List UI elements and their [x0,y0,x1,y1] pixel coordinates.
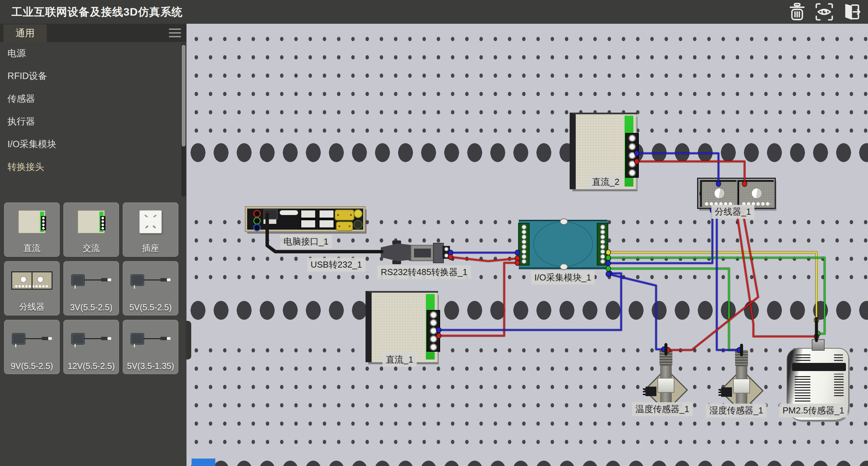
terminal-block [442,246,450,259]
device-label: USB转232_1 [307,258,366,272]
device-splitter[interactable] [697,178,776,209]
splitter-section [737,180,774,207]
palette-item-交流[interactable]: 交流 [63,202,119,257]
serial-port [336,221,353,231]
exit-icon[interactable] [841,2,862,22]
device-label: 直流_1 [382,353,417,367]
io-panel [247,209,363,230]
device-label: 直流_2 [589,175,623,189]
sidebar-item-I/O采集模块[interactable]: I/O采集模块 [0,133,177,156]
sidebar-item-转换接头[interactable]: 转换接头 [0,156,177,178]
palette-item-3V(5.5-2.5)[interactable]: 3V(5.5-2.5) [63,261,119,315]
housing-band [792,363,846,371]
palette-item-分线器[interactable]: 分线器 [4,261,60,315]
terminal-block [625,133,639,178]
palette-item-9V(5.5-2.5)[interactable]: 9V(5.5-2.5) [4,320,60,374]
audio-jack-green [253,217,261,225]
cable-gland [735,350,748,366]
vent [834,374,844,396]
palette-item-label: 5V(3.5-1.35) [123,361,178,371]
round-connector-green [354,220,362,229]
device-pc-interface[interactable] [245,206,366,232]
vent [834,353,843,361]
module-dial [533,221,593,267]
usb-plug [263,209,278,219]
round-connector-yellow [354,209,362,218]
menu-toggle-icon[interactable] [169,28,181,37]
tab-general[interactable]: 通用 [3,24,47,42]
sidebar-scrollbar-thumb[interactable] [182,45,185,147]
power-adapter-icon [70,273,113,288]
clamp-band [657,378,674,393]
sidebar-scrollbar[interactable] [181,43,186,197]
device-label: 湿度传感器_1 [706,404,767,418]
sidebar-menu: 电源RFID设备传感器执行器I/O采集模块转换接头 [0,42,177,178]
bottom-left-blue-indicator [192,459,215,466]
dc-power-icon [18,210,45,233]
cable-connector [812,339,825,351]
terminal-strip [518,223,530,266]
sidebar-item-执行器[interactable]: 执行器 [0,110,177,133]
device-dc-power-1[interactable] [366,291,438,362]
usb-ports [300,209,316,230]
palette-item-label: 12V(5.5-2.5) [64,361,119,371]
socket-icon [139,210,162,233]
device-label: 分线器_1 [711,205,754,219]
device-temperature-sensor[interactable] [644,352,688,403]
audio-jack-blue [253,224,261,231]
panel-resize-handle[interactable] [186,321,191,360]
sidebar-item-电源[interactable]: 电源 [0,42,177,65]
palette-item-label: 5V(5.5-2.5) [123,303,178,312]
sidebar: 通用 电源RFID设备传感器执行器I/O采集模块转换接头 直流交流插座分线器3V… [0,24,186,466]
audio-jack-red [253,210,261,217]
splitter-icon [11,271,53,290]
palette-item-label: 9V(5.5-2.5) [4,361,59,371]
sidebar-item-RFID设备[interactable]: RFID设备 [0,65,177,88]
power-adapter-icon [129,273,172,288]
sensor-connector [646,387,656,396]
power-adapter-icon [11,331,53,347]
device-label: I/O采集模块_1 [531,271,595,285]
power-adapter-icon [129,331,172,347]
db9-hood [381,244,412,261]
device-label: 温度传感器_1 [632,402,693,416]
panel-slot [280,210,298,215]
device-rs232-485-converter[interactable] [381,241,450,263]
usb-ports [318,209,335,230]
palette-item-label: 3V(5.5-2.5) [64,303,119,312]
palette-item-label: 交流 [64,242,119,254]
vent [795,353,810,361]
toolbar [787,2,862,22]
title-bar: 工业互联网设备及接线3D仿真系统 [0,0,868,24]
palette-item-12V(5.5-2.5)[interactable]: 12V(5.5-2.5) [63,320,119,374]
terminal-block [427,310,440,352]
cable-gland [659,349,672,366]
serial-port [335,210,354,220]
screw [560,218,568,225]
terminal-strip [597,223,608,266]
power-adapter-icon [70,331,113,347]
palette-item-label: 直流 [4,242,59,254]
device-label: 电脑接口_1 [280,235,332,249]
palette-item-5V(5.5-2.5)[interactable]: 5V(5.5-2.5) [123,261,178,315]
preview-eye-icon[interactable] [814,2,835,22]
splitter-section [700,180,736,207]
palette-item-label: 分线器 [4,301,59,312]
clamp-band [733,378,750,393]
palette-item-插座[interactable]: 插座 [123,202,178,257]
palette-item-5V(3.5-1.35)[interactable]: 5V(3.5-1.35) [123,320,178,374]
pegboard-hole-row [186,292,868,344]
device-label: RS232转485转换器_1 [377,265,471,279]
sensor-connector [721,387,732,397]
db9-connector [411,245,434,261]
palette-item-直流[interactable]: 直流 [4,202,60,257]
trash-icon[interactable] [787,2,808,22]
device-humidity-sensor[interactable] [720,353,763,404]
ac-power-icon [78,210,105,233]
device-label: PM2.5传感器_1 [779,404,848,418]
vent [795,375,810,402]
screw [560,264,568,270]
pegboard-hole-row [186,451,868,466]
device-io-module[interactable] [519,221,608,267]
sidebar-item-传感器[interactable]: 传感器 [0,88,177,110]
